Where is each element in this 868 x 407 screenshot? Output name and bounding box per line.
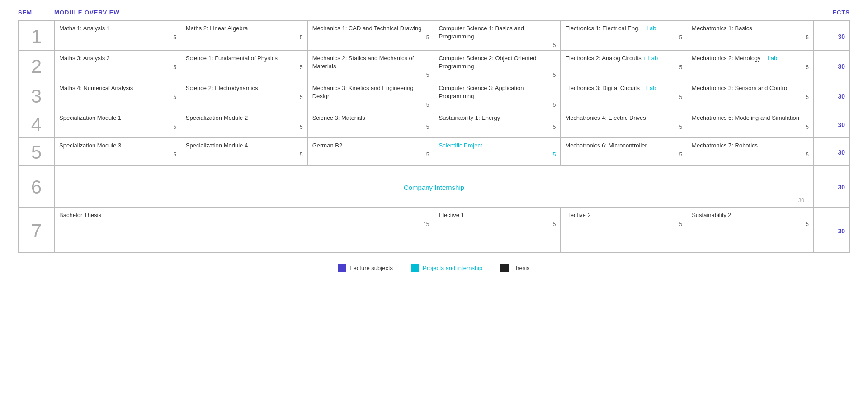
module-ects: 5	[439, 151, 556, 158]
module-cell: Science 3: Materials5	[307, 110, 434, 138]
module-cell: Science 2: Electrodynamics5	[181, 80, 307, 110]
module-cell: Mechanics 3: Kinetics and Engineering De…	[307, 80, 434, 110]
module-ects: 5	[692, 221, 809, 227]
total-ects-cell: 30	[814, 80, 850, 110]
module-ects: 5	[312, 72, 429, 78]
module-cell: Sustainability 1: Energy5	[434, 110, 561, 138]
module-ects: 5	[565, 34, 682, 41]
module-title: German B2	[312, 142, 342, 149]
module-title: Specialization Module 3	[59, 142, 121, 149]
thesis-cell: Bachelor Thesis15	[55, 208, 434, 253]
module-cell: Elective 15	[434, 208, 561, 253]
module-ects: 5	[312, 34, 429, 41]
table-row: 4Specialization Module 15Specialization …	[19, 110, 850, 138]
table-row: 2Maths 3: Analysis 25Science 1: Fundamen…	[19, 51, 850, 80]
module-cell: Elective 25	[561, 208, 687, 253]
module-title: Maths 1: Analysis 1	[59, 25, 110, 32]
legend-item-thesis: Thesis	[500, 264, 529, 272]
module-cell: Mechatronics 1: Basics5	[687, 21, 814, 51]
module-cell: Computer Science 1: Basics and Programmi…	[434, 21, 561, 51]
table-row: 5Specialization Module 35Specialization …	[19, 138, 850, 166]
module-ects: 5	[565, 94, 682, 100]
module-title: Scientific Project	[439, 142, 482, 149]
module-cell: Mechatronics 7: Robotics5	[687, 138, 814, 166]
module-title: Electronics 3: Digital Circuits + Lab	[565, 85, 656, 91]
sem-cell: 6	[19, 166, 55, 208]
legend-box-thesis	[500, 264, 509, 272]
module-ects: 5	[692, 151, 809, 158]
table-row-internship: 6Company Internship3030	[19, 166, 850, 208]
module-cell: Maths 4: Numerical Analysis5	[55, 80, 181, 110]
module-title: Science 1: Fundamental of Physics	[186, 55, 278, 62]
module-cell: German B25	[307, 138, 434, 166]
module-cell: Mechatronics 3: Sensors and Control5	[687, 80, 814, 110]
module-cell: Specialization Module 25	[181, 110, 307, 138]
module-cell: Mechanics 2: Statics and Mechanics of Ma…	[307, 51, 434, 80]
module-ects: 5	[692, 34, 809, 41]
module-title: Computer Science 3: Application Programm…	[439, 85, 524, 99]
module-ects: 5	[59, 64, 176, 71]
module-ects: 5	[692, 124, 809, 130]
lab-tag: + Lab	[643, 55, 658, 62]
internship-cell: Company Internship30	[55, 166, 814, 208]
module-ects: 5	[312, 102, 429, 108]
module-title: Mechanics 3: Kinetics and Engineering De…	[312, 85, 414, 99]
legend-label-lecture: Lecture subjects	[350, 265, 393, 271]
sem-cell: 5	[19, 138, 55, 166]
module-ects: 5	[565, 64, 682, 71]
module-title: Specialization Module 2	[186, 114, 248, 121]
thesis-title: Bachelor Thesis	[59, 212, 101, 218]
module-cell: Specialization Module 35	[55, 138, 181, 166]
module-title: Mechatronics 7: Robotics	[692, 142, 758, 149]
module-cell: Electronics 3: Digital Circuits + Lab5	[561, 80, 687, 110]
legend: Lecture subjects Projects and internship…	[18, 264, 850, 272]
module-title: Specialization Module 1	[59, 114, 121, 121]
module-ects: 5	[439, 124, 556, 130]
module-title: Sustainability 1: Energy	[439, 114, 500, 121]
legend-item-project: Projects and internship	[411, 264, 482, 272]
module-cell: Maths 3: Analysis 25	[55, 51, 181, 80]
module-cell: Electronics 2: Analog Circuits + Lab5	[561, 51, 687, 80]
module-cell: Mechatronics 4: Electric Drives5	[561, 110, 687, 138]
table-row: 3Maths 4: Numerical Analysis5Science 2: …	[19, 80, 850, 110]
module-cell: Specialization Module 45	[181, 138, 307, 166]
module-cell: Maths 2: Linear Algebra5	[181, 21, 307, 51]
module-cell: Mechatronics 5: Modeling and Simulation5	[687, 110, 814, 138]
module-cell: Mechatronics 6: Microcontroller5	[561, 138, 687, 166]
curriculum-table: 1Maths 1: Analysis 15Maths 2: Linear Alg…	[18, 20, 850, 253]
module-ects: 5	[186, 124, 303, 130]
module-title: Electronics 2: Analog Circuits + Lab	[565, 55, 658, 62]
lab-tag: + Lab	[642, 25, 656, 32]
total-ects-cell: 30	[814, 110, 850, 138]
internship-ects-inline: 30	[798, 197, 804, 204]
module-title: Maths 2: Linear Algebra	[186, 25, 248, 32]
lab-tag: + Lab	[762, 55, 777, 62]
module-title: Maths 4: Numerical Analysis	[59, 85, 133, 91]
module-title: Mechatronics 1: Basics	[692, 25, 752, 32]
internship-text: Company Internship	[404, 184, 464, 191]
module-ects: 5	[186, 94, 303, 100]
legend-box-lecture	[338, 264, 346, 272]
module-ects: 5	[59, 124, 176, 130]
module-ects: 5	[439, 102, 556, 108]
legend-label-project: Projects and internship	[423, 265, 482, 271]
module-ects: 5	[565, 124, 682, 130]
module-ects: 5	[186, 151, 303, 158]
module-ects: 5	[439, 221, 556, 227]
module-cell: Mechatronics 2: Metrology + Lab5	[687, 51, 814, 80]
module-title: Mechatronics 5: Modeling and Simulation	[692, 114, 799, 121]
module-cell: Science 1: Fundamental of Physics5	[181, 51, 307, 80]
sem-cell: 3	[19, 80, 55, 110]
module-title: Sustainability 2	[692, 212, 731, 218]
legend-box-project	[411, 264, 419, 272]
module-ects: 5	[439, 72, 556, 78]
module-ects: 5	[186, 64, 303, 71]
module-ects: 5	[59, 34, 176, 41]
total-ects-cell: 30	[814, 138, 850, 166]
module-title: Mechatronics 2: Metrology + Lab	[692, 55, 777, 62]
module-title: Computer Science 2: Object Oriented Prog…	[439, 55, 536, 70]
module-title: Mechatronics 3: Sensors and Control	[692, 85, 788, 91]
sem-cell: 4	[19, 110, 55, 138]
module-cell: Sustainability 25	[687, 208, 814, 253]
module-cell: Computer Science 2: Object Oriented Prog…	[434, 51, 561, 80]
